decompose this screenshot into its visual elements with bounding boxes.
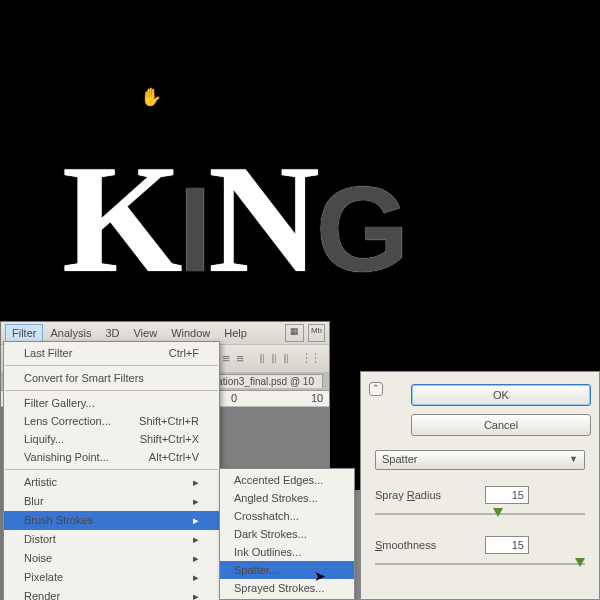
ok-button[interactable]: OK xyxy=(411,384,591,406)
submenu-crosshatch[interactable]: Crosshatch... xyxy=(220,507,354,525)
smoothness-input[interactable] xyxy=(485,536,529,554)
cursor-icon: ➤ xyxy=(314,568,326,584)
hand-cursor-icon: ✋ xyxy=(140,86,162,108)
menu-item-convert-smart[interactable]: Convert for Smart Filters xyxy=(4,369,219,387)
artwork-text: KING xyxy=(62,130,405,309)
menu-view[interactable]: View xyxy=(126,324,164,342)
spray-radius-label: Spray Radius xyxy=(375,489,485,501)
filter-options-dialog[interactable]: ⌃ OK Cancel Spatter Spray Radius Smoothn… xyxy=(360,371,600,600)
smoothness-label: Smoothness xyxy=(375,539,485,551)
menu-item-blur[interactable]: Blur xyxy=(4,492,219,511)
collapse-toggle-icon[interactable]: ⌃ xyxy=(369,382,383,396)
smoothness-slider[interactable] xyxy=(375,558,585,570)
menu-item-vanishing-point[interactable]: Vanishing Point...Alt+Ctrl+V xyxy=(4,448,219,466)
menu-item-render[interactable]: Render xyxy=(4,587,219,600)
menu-item-artistic[interactable]: Artistic xyxy=(4,473,219,492)
menu-item-last-filter: Last FilterCtrl+F xyxy=(4,344,219,362)
filter-menu[interactable]: Last FilterCtrl+F Convert for Smart Filt… xyxy=(3,341,220,600)
ruler-tick: 0 xyxy=(231,392,237,404)
menu-item-filter-gallery[interactable]: Filter Gallery... xyxy=(4,394,219,412)
ruler-tick: 10 xyxy=(311,392,323,404)
minibridge-icon[interactable]: Mb xyxy=(308,324,325,342)
menu-3d[interactable]: 3D xyxy=(98,324,126,342)
menu-analysis[interactable]: Analysis xyxy=(43,324,98,342)
submenu-accented-edges[interactable]: Accented Edges... xyxy=(220,471,354,489)
submenu-ink-outlines[interactable]: Ink Outlines... xyxy=(220,543,354,561)
submenu-dark-strokes[interactable]: Dark Strokes... xyxy=(220,525,354,543)
cancel-button[interactable]: Cancel xyxy=(411,414,591,436)
menu-item-liquify[interactable]: Liquify...Shift+Ctrl+X xyxy=(4,430,219,448)
menu-item-pixelate[interactable]: Pixelate xyxy=(4,568,219,587)
menu-window[interactable]: Window xyxy=(164,324,217,342)
menu-help[interactable]: Help xyxy=(217,324,254,342)
align-icons[interactable]: ≡≡≡ ⫴⫴⫴ ⋮⋮ xyxy=(209,351,323,367)
effect-combo[interactable]: Spatter xyxy=(375,450,585,470)
submenu-sprayed-strokes[interactable]: Sprayed Strokes... xyxy=(220,579,354,597)
menu-filter[interactable]: Filter xyxy=(5,324,43,342)
menu-item-brush-strokes[interactable]: Brush Strokes xyxy=(4,511,219,530)
menu-item-distort[interactable]: Distort xyxy=(4,530,219,549)
submenu-spatter[interactable]: Spatter... xyxy=(220,561,354,579)
menu-item-noise[interactable]: Noise xyxy=(4,549,219,568)
spray-radius-slider[interactable] xyxy=(375,508,585,520)
brush-strokes-submenu[interactable]: Accented Edges... Angled Strokes... Cros… xyxy=(219,468,355,600)
submenu-angled-strokes[interactable]: Angled Strokes... xyxy=(220,489,354,507)
menu-item-lens-correction[interactable]: Lens Correction...Shift+Ctrl+R xyxy=(4,412,219,430)
bridge-icon[interactable]: ▦ xyxy=(285,324,304,342)
spray-radius-input[interactable] xyxy=(485,486,529,504)
